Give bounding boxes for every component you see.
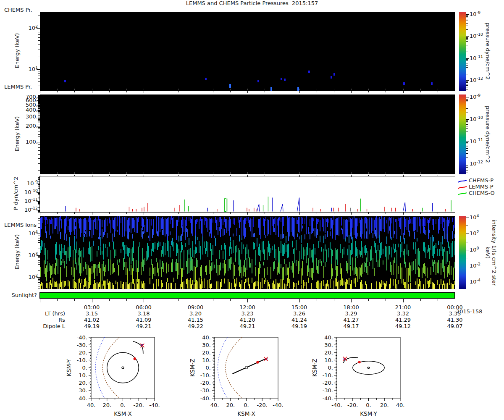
axis-tick [466,43,468,43]
axis-tick [455,299,455,302]
axis-tick [213,89,213,90]
axis-tick [196,175,196,177]
axis-tick [38,121,40,121]
axis-tick [40,91,40,93]
orbit-y-axis-label: KSM-Z [189,359,196,377]
axis-tick [161,91,161,92]
axis-tick [38,177,40,178]
axis-tick [368,89,369,90]
orbit-y-tick-label: -10. [77,357,87,363]
axis-tick [265,172,265,174]
axis-tick [38,97,40,98]
axis-tick [247,299,248,302]
pressure-spike [297,198,300,212]
axis-tick [178,89,178,90]
y-tick-label: 400. [12,107,38,113]
axis-tick [368,172,369,174]
colorbar-tick-label: 10-2 [470,262,494,269]
axis-tick [455,175,455,177]
axis-tick [38,205,40,205]
orbit-y-axis-label: KSM-Y [66,359,72,376]
axis-tick [57,172,58,174]
orbit-x-tick-label: -40. [273,402,283,408]
spectrogram-data-point [284,79,286,81]
axis-tick [38,211,40,211]
axis-tick [466,164,469,164]
axis-tick [92,213,92,215]
axis-tick [38,242,40,243]
axis-tick [38,188,40,189]
orbit-y-tick-label: 40. [79,395,87,402]
axis-tick [92,89,92,90]
ephemeris-rs-value: 41.24 [287,317,312,323]
ephemeris-rs-value: 41.29 [391,317,416,323]
axis-tick [38,34,40,35]
axis-tick [420,175,421,176]
axis-tick [38,125,40,125]
axis-tick [74,175,75,176]
axis-tick [466,97,469,97]
axis-tick [466,65,468,66]
ephemeris-dipole-value: 49.19 [287,323,312,329]
axis-tick [38,218,40,219]
orbit-y-tick-label: -40. [323,395,333,402]
axis-tick [38,220,40,221]
axis-tick [38,286,40,286]
axis-tick [466,120,468,121]
y-tick-label: 200. [12,123,38,129]
axis-tick [466,234,469,234]
axis-tick [466,23,468,24]
axis-tick [466,67,468,68]
orbit-y-tick-label: -10. [323,372,333,378]
axis-tick [38,118,40,118]
trajectory-line [233,358,268,374]
axis-tick [38,262,40,262]
axis-tick [38,96,40,96]
spectrogram-data-point [205,78,207,80]
axis-tick [126,172,127,174]
axis-tick [38,98,40,99]
ephemeris-lt-value: 3.35 [442,310,467,317]
orbit-y-tick-label: -20. [323,380,333,386]
axis-tick [466,70,468,70]
axis-tick [126,89,127,90]
axis-tick [109,213,110,214]
axis-tick [109,172,110,174]
axis-tick [38,239,40,239]
axis-tick [38,103,40,103]
axis-tick [38,124,40,124]
axis-tick [466,38,468,39]
axis-tick [38,257,40,258]
axis-tick [126,299,127,301]
axis-tick [317,172,317,174]
axis-tick [368,299,369,301]
axis-tick [466,142,469,142]
orbit-ellipse [353,361,385,375]
colorbar-tick-label: 10-11 [470,55,494,62]
axis-tick [38,130,40,130]
axis-tick [403,89,404,90]
orbit-x-tick-label: -20. [257,402,268,408]
axis-tick [466,173,468,173]
ephemeris-lt-value: 3.18 [131,310,156,317]
axis-tick [38,204,40,204]
axis-tick [466,58,469,59]
axis-tick [38,123,40,123]
axis-tick [466,60,468,61]
axis-tick [196,89,196,90]
axis-tick [38,76,40,76]
axis-tick [334,213,334,214]
orbit-x-axis-label: KSM-Y [360,410,377,417]
orbit-y-tick-label: 30. [324,342,333,348]
axis-tick [109,175,110,176]
axis-tick [38,256,40,257]
axis-tick [466,126,468,126]
legend-label-chems-p: CHEMS-P [469,177,494,184]
ephemeris-dipole-value: 49.21 [131,323,156,329]
ephemeris-row-label-dipole: Dipole L [13,323,65,329]
axis-tick [38,154,40,155]
orbit-x-tick-label: 20. [380,402,389,408]
axis-tick [466,45,468,45]
axis-tick [299,89,300,90]
orbit-y-tick-label: -40. [200,395,211,402]
